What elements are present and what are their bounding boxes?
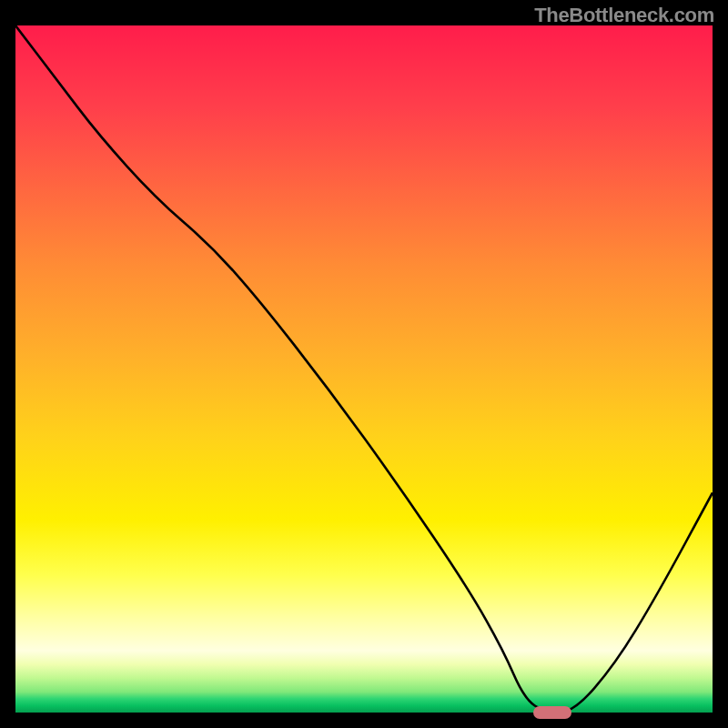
plot-area — [14, 24, 714, 714]
curve-layer — [15, 25, 713, 713]
bottleneck-curve-path — [15, 25, 713, 713]
optimal-marker — [533, 706, 571, 719]
